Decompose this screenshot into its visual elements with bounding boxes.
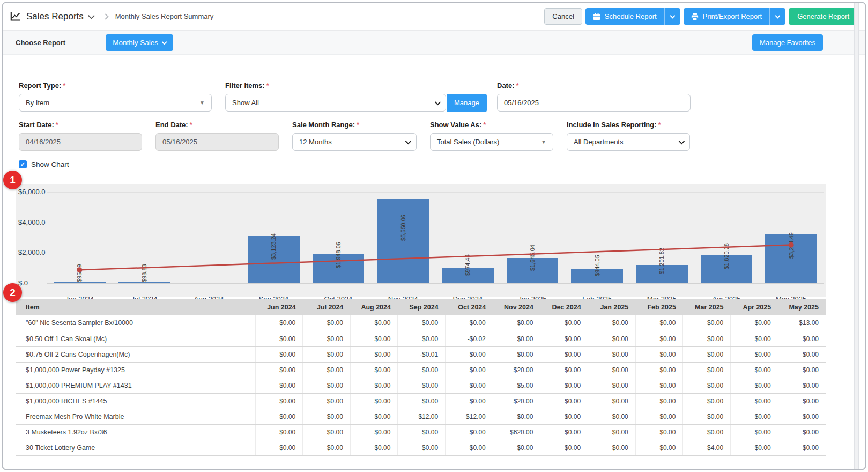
y-axis-tick-label: $6,000.0: [18, 188, 46, 196]
sales-value-cell: $0.00: [350, 331, 398, 346]
sales-value-cell: -$0.02: [446, 331, 493, 346]
sales-value-cell: $0.00: [635, 315, 683, 331]
sales-value-cell: $0.00: [446, 393, 493, 409]
sales-value-cell: $0.00: [778, 393, 826, 409]
sales-value-cell: $0.00: [588, 440, 636, 455]
sales-value-cell: $0.00: [398, 315, 446, 331]
sales-value-cell: $0.00: [540, 393, 588, 409]
cancel-button[interactable]: Cancel: [544, 8, 582, 25]
sale-month-range-select[interactable]: 12 Months: [292, 133, 417, 151]
sales-value-cell: $0.00: [683, 315, 731, 331]
item-name-cell: $1,000,000 RICHES #1445: [16, 393, 255, 409]
table-row: Freemax Mesh Pro White Marble$0.00$0.00$…: [16, 409, 826, 424]
sales-value-cell: $0.00: [255, 393, 303, 409]
calendar-icon: [593, 13, 600, 20]
chevron-down-icon[interactable]: [88, 12, 95, 19]
report-select-value: Monthly Sales: [113, 39, 158, 47]
monthly-sales-table: ItemJun 2024Jul 2024Aug 2024Sep 2024Oct …: [16, 299, 826, 456]
manage-filter-button[interactable]: Manage: [447, 94, 487, 112]
sales-value-cell: $0.00: [683, 331, 731, 346]
show-value-as-select[interactable]: Total Sales (Dollars)▼: [430, 133, 553, 151]
chart-plot-area: $6,000.0$4,000.0$2,000.0$.0Jun 2024$95.6…: [47, 192, 824, 283]
checkbox-checked-icon: ✓: [19, 160, 27, 168]
vertical-scrollbar[interactable]: [854, 3, 859, 469]
step-2-badge: 2: [3, 283, 22, 302]
sales-value-cell: $0.00: [446, 424, 493, 440]
dropdown-triangle-icon: ▼: [541, 139, 546, 145]
print-export-button[interactable]: Print/Export Report: [684, 8, 786, 25]
sales-value-cell: $12.00: [398, 409, 446, 424]
sales-value-cell: $0.00: [398, 424, 446, 440]
schedule-report-button[interactable]: Schedule Report: [585, 8, 680, 25]
sales-value-cell: $0.00: [540, 424, 588, 440]
table-row: $1,000,000 PREMIUM PLAY #1431$0.00$0.00$…: [16, 378, 826, 393]
sale-month-range-label: Sale Month Range:*: [292, 121, 359, 129]
breadcrumb-chevron-icon: [102, 13, 108, 19]
sales-value-cell: $0.00: [446, 378, 493, 393]
manage-favorites-button[interactable]: Manage Favorites: [752, 34, 823, 51]
item-name-cell: $1,000,000 PREMIUM PLAY #1431: [16, 378, 255, 393]
sales-value-cell: $13.00: [778, 315, 826, 331]
sales-value-cell: $0.00: [303, 362, 351, 378]
sales-value-cell: $0.00: [255, 424, 303, 440]
monthly-sales-chart: $6,000.0$4,000.0$2,000.0$.0Jun 2024$95.6…: [16, 184, 826, 297]
sales-value-cell: $0.00: [778, 409, 826, 424]
table-row: "60" Nic Sesenta Sampler Bx/10000$0.00$0…: [16, 315, 826, 331]
sales-value-cell: $0.00: [540, 378, 588, 393]
show-chart-label: Show Chart: [31, 160, 69, 168]
sales-value-cell: $0.00: [255, 331, 303, 346]
sales-value-cell: $0.00: [398, 378, 446, 393]
month-column-header: Nov 2024: [493, 299, 540, 315]
report-type-select[interactable]: By Item▼: [19, 94, 212, 112]
chevron-down-icon: [435, 99, 441, 105]
choose-report-label: Choose Report: [16, 39, 65, 47]
sales-value-cell: $0.00: [683, 346, 731, 362]
sales-value-cell: $0.00: [350, 315, 398, 331]
sales-value-cell: $0.00: [731, 440, 778, 455]
filter-items-select[interactable]: Show All: [225, 94, 446, 112]
month-column-header: Oct 2024: [446, 299, 493, 315]
schedule-report-dropdown[interactable]: [664, 8, 680, 25]
sales-value-cell: $0.00: [588, 378, 636, 393]
report-toolbar: Choose Report Monthly Sales Manage Favor…: [3, 31, 865, 55]
sales-value-cell: $0.00: [731, 409, 778, 424]
sales-value-cell: $0.00: [493, 331, 540, 346]
sales-value-cell: $0.00: [493, 315, 540, 331]
sales-value-cell: $0.00: [303, 378, 351, 393]
month-column-header: Sep 2024: [398, 299, 446, 315]
sales-value-cell: $0.00: [398, 331, 446, 346]
table-header-row: ItemJun 2024Jul 2024Aug 2024Sep 2024Oct …: [16, 299, 826, 315]
sales-value-cell: $0.00: [731, 393, 778, 409]
month-column-header: Aug 2024: [350, 299, 398, 315]
start-date-input[interactable]: 04/16/2025: [19, 133, 142, 151]
item-name-cell: "60" Nic Sesenta Sampler Bx/10000: [16, 315, 255, 331]
sales-value-cell: $0.00: [683, 393, 731, 409]
include-in-sales-reporting-label: Include In Sales Reporting:*: [567, 121, 661, 129]
sales-value-cell: $0.00: [350, 440, 398, 455]
sales-value-cell: $5.00: [493, 378, 540, 393]
y-axis-tick-label: $.0: [18, 279, 28, 287]
item-name-cell: $0.50 Off 1 Can Skoal (Mc): [16, 331, 255, 346]
dropdown-triangle-icon: ▼: [199, 100, 205, 106]
sales-value-cell: $0.00: [635, 424, 683, 440]
sales-value-cell: $0.00: [540, 346, 588, 362]
include-in-sales-reporting-select[interactable]: All Departments: [567, 133, 690, 151]
sales-value-cell: $0.00: [540, 440, 588, 455]
month-column-header: Mar 2025: [683, 299, 731, 315]
y-axis-tick-label: $4,000.0: [18, 218, 46, 226]
sales-value-cell: $0.00: [588, 409, 636, 424]
print-export-dropdown[interactable]: [769, 8, 785, 25]
report-select-button[interactable]: Monthly Sales: [106, 34, 173, 51]
sales-value-cell: $0.00: [683, 378, 731, 393]
month-column-header: Jun 2024: [255, 299, 303, 315]
sales-value-cell: $20.00: [493, 393, 540, 409]
date-input[interactable]: 05/16/2025: [497, 94, 691, 112]
end-date-input[interactable]: 05/16/2025: [155, 133, 279, 151]
sales-value-cell: $0.00: [588, 393, 636, 409]
sales-value-cell: $0.00: [635, 378, 683, 393]
end-date-label: End Date:*: [155, 121, 192, 129]
sales-value-cell: $0.00: [731, 362, 778, 378]
generate-report-button[interactable]: Generate Report: [789, 8, 858, 25]
show-chart-checkbox[interactable]: ✓ Show Chart: [19, 160, 69, 168]
sales-value-cell: $0.00: [778, 424, 826, 440]
